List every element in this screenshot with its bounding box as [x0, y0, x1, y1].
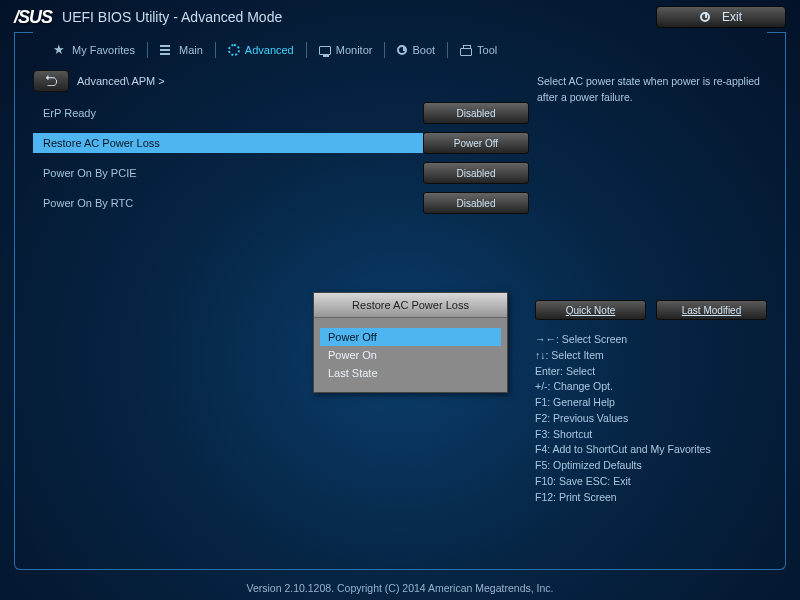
value-power-rtc[interactable]: Disabled	[423, 192, 529, 214]
value-restore-ac[interactable]: Power Off	[423, 132, 529, 154]
star-icon: ★	[53, 44, 67, 56]
setting-restore-ac[interactable]: Restore AC Power Loss Power Off	[33, 130, 529, 156]
list-icon	[160, 44, 174, 56]
value-power-pcie[interactable]: Disabled	[423, 162, 529, 184]
dropdown-popup: Restore AC Power Loss Power Off Power On…	[313, 292, 508, 393]
tab-bar: ★My Favorites Main Advanced Monitor Boot…	[15, 32, 785, 68]
tab-advanced[interactable]: Advanced	[220, 40, 302, 60]
popup-option-power-off[interactable]: Power Off	[320, 328, 501, 346]
exit-label: Exit	[722, 10, 742, 24]
setting-power-rtc[interactable]: Power On By RTC Disabled	[33, 190, 529, 216]
monitor-icon	[319, 46, 331, 55]
setting-erp-ready[interactable]: ErP Ready Disabled	[33, 100, 529, 126]
footer: Version 2.10.1208. Copyright (C) 2014 Am…	[0, 582, 800, 594]
main-frame: ★My Favorites Main Advanced Monitor Boot…	[14, 32, 786, 570]
tab-boot[interactable]: Boot	[389, 40, 443, 60]
back-button[interactable]: ⮌	[33, 70, 69, 92]
key-hints: →←: Select Screen ↑↓: Select Item Enter:…	[535, 332, 767, 505]
power-icon	[700, 12, 710, 22]
value-erp-ready[interactable]: Disabled	[423, 102, 529, 124]
popup-option-power-on[interactable]: Power On	[320, 346, 501, 364]
setting-power-pcie[interactable]: Power On By PCIE Disabled	[33, 160, 529, 186]
brand-logo: /SUS	[14, 7, 52, 28]
exit-button[interactable]: Exit	[656, 6, 786, 28]
breadcrumb: Advanced\ APM >	[77, 75, 165, 87]
breadcrumb-row: ⮌ Advanced\ APM >	[33, 70, 529, 92]
tab-favorites[interactable]: ★My Favorites	[45, 40, 143, 60]
tab-tool[interactable]: Tool	[452, 40, 505, 60]
popup-body: Power Off Power On Last State	[314, 318, 507, 392]
side-buttons: Quick Note Last Modified	[535, 300, 767, 320]
toolbox-icon	[460, 48, 472, 56]
content-area: ⮌ Advanced\ APM > ErP Ready Disabled Res…	[15, 68, 785, 569]
tab-main[interactable]: Main	[152, 40, 211, 60]
gear-icon	[228, 44, 240, 56]
quick-note-button[interactable]: Quick Note	[535, 300, 646, 320]
popup-title: Restore AC Power Loss	[314, 293, 507, 318]
header: /SUS UEFI BIOS Utility - Advanced Mode E…	[0, 0, 800, 30]
last-modified-button[interactable]: Last Modified	[656, 300, 767, 320]
power-icon	[397, 45, 407, 55]
tab-monitor[interactable]: Monitor	[311, 40, 381, 60]
page-title: UEFI BIOS Utility - Advanced Mode	[62, 9, 282, 25]
help-text: Select AC power state when power is re-a…	[535, 70, 767, 300]
settings-panel: ⮌ Advanced\ APM > ErP Ready Disabled Res…	[33, 70, 529, 561]
side-panel: Select AC power state when power is re-a…	[535, 70, 767, 561]
popup-option-last-state[interactable]: Last State	[320, 364, 501, 382]
